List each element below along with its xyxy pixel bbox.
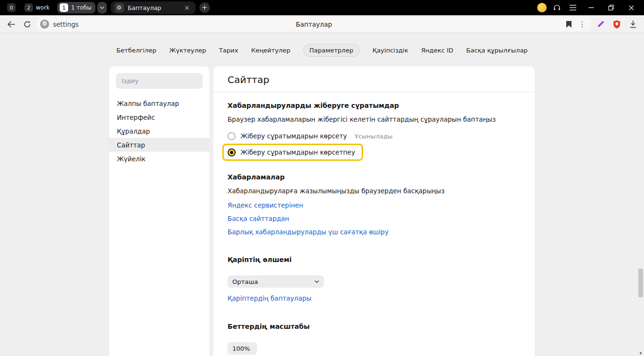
- menu-icon[interactable]: [567, 1, 579, 14]
- link-yandex-services[interactable]: Яндекс сервистерінен: [228, 201, 520, 209]
- nav-tab-yandex-id[interactable]: Яндекс ID: [421, 47, 454, 54]
- nav-tab-history[interactable]: Тарих: [219, 47, 238, 54]
- recommended-hint: Ұсынылады: [354, 133, 393, 140]
- headset-icon[interactable]: [551, 1, 563, 14]
- radio-unchecked-icon[interactable]: [228, 132, 236, 140]
- page-title-centered: Баптаулар: [296, 21, 332, 28]
- section-font-size: Қаріптің өлшемі Орташа Қаріптердің бапта…: [228, 256, 520, 303]
- minimize-button[interactable]: [583, 1, 599, 14]
- browser-window: 0 2 work 1 1 тобы ⚙ Баптаулар × +: [0, 0, 644, 356]
- nav-tab-bookmarks[interactable]: Бетбелгілер: [116, 47, 156, 54]
- notification-links: Яндекс сервистерінен Басқа сайттардан Ба…: [228, 201, 520, 236]
- search-input[interactable]: [122, 77, 197, 84]
- settings-content: Жалпы баптаулар Интерфейс Құралдар Сайтт…: [0, 66, 644, 356]
- radio-label: Жіберу сұратымдарын көрсету: [240, 132, 347, 140]
- tab-title: Баптаулар: [128, 4, 161, 11]
- scroll-down-icon[interactable]: ▾: [638, 351, 643, 356]
- settings-sections: Хабарландыруларды жіберуге сұратымдар Бр…: [213, 92, 535, 356]
- tab-group-label: work: [36, 4, 51, 11]
- tab-close-icon[interactable]: ×: [182, 3, 192, 12]
- chevron-down-icon: [314, 280, 319, 283]
- new-tab-button[interactable]: +: [199, 2, 210, 13]
- link-mute-all-three-hours[interactable]: Барлық хабарландыруларды үш сағатқа өшір…: [228, 228, 520, 236]
- tab-group-active[interactable]: 1 1 тобы: [57, 2, 95, 13]
- back-button[interactable]: [4, 17, 18, 31]
- edit-pen-icon[interactable]: [593, 17, 608, 31]
- nav-tab-other-devices[interactable]: Басқа құрылғылар: [466, 47, 528, 54]
- section-description: Хабарландыруларға жазылымыңызды браузерд…: [228, 187, 520, 195]
- sidebar-item-tools[interactable]: Құралдар: [109, 124, 209, 138]
- radio-show-requests[interactable]: Жіберу сұратымдарын көрсету Ұсынылады: [228, 130, 520, 142]
- section-page-zoom: Беттердің масштабы 100% Сайттың баптаула…: [228, 323, 520, 356]
- settings-nav-tabs: Бетбелгілер Жүктеулер Тарих Кеңейтулер П…: [0, 33, 644, 66]
- section-description: Браузер хабарламаларын жібергісі келетін…: [228, 115, 520, 123]
- radio-label: Жіберу сұратымдарын көрсетпеу: [240, 148, 355, 156]
- nav-tab-settings[interactable]: Параметрлер: [303, 44, 360, 57]
- sidebar-item-interface[interactable]: Интерфейс: [109, 110, 209, 124]
- settings-sidebar: Жалпы баптаулар Интерфейс Құралдар Сайтт…: [109, 66, 209, 356]
- download-icon[interactable]: [626, 17, 640, 31]
- nav-tab-downloads[interactable]: Жүктеулер: [169, 47, 206, 54]
- sidebar-item-sites[interactable]: Сайттар: [109, 138, 209, 152]
- page-title: Сайттар: [213, 66, 535, 92]
- tab-group-count: 0: [7, 3, 16, 12]
- more-options-icon[interactable]: ⋮: [579, 20, 586, 29]
- browser-badge-icon: [40, 20, 49, 29]
- sidebar-item-system[interactable]: Жүйелік: [109, 152, 209, 166]
- font-size-value: Орташа: [232, 278, 258, 285]
- highlight-annotation: Жіберу сұратымдарын көрсетпеу: [222, 144, 363, 161]
- sidebar-item-general[interactable]: Жалпы баптаулар: [109, 96, 209, 110]
- settings-page: Бетбелгілер Жүктеулер Тарих Кеңейтулер П…: [0, 33, 644, 356]
- tab-group-zero[interactable]: 0: [5, 2, 18, 13]
- radio-hide-requests[interactable]: Жіберу сұратымдарын көрсетпеу: [228, 146, 355, 158]
- sidebar-search[interactable]: [116, 73, 203, 89]
- restore-button[interactable]: [603, 1, 619, 14]
- scrollbar[interactable]: ▾: [637, 33, 644, 356]
- radio-checked-icon[interactable]: [228, 148, 236, 157]
- browser-toolbar: settings Баптаулар ⋮: [0, 15, 644, 33]
- settings-main: Сайттар Хабарландыруларды жіберуге сұрат…: [213, 66, 535, 356]
- page-zoom-select[interactable]: 100%: [228, 342, 257, 355]
- section-notifications: Хабарламалар Хабарландыруларға жазылымың…: [228, 173, 520, 236]
- reload-button[interactable]: [20, 17, 34, 31]
- tab-group-count: 2: [24, 3, 33, 12]
- page-zoom-value: 100%: [232, 345, 250, 352]
- section-title: Беттердің масштабы: [228, 323, 520, 330]
- tab-group-label: 1 тобы: [71, 4, 93, 11]
- nav-tab-security[interactable]: Қауіпсіздік: [373, 47, 408, 54]
- link-other-sites[interactable]: Басқа сайттардан: [228, 215, 520, 222]
- address-bar[interactable]: settings Баптаулар ⋮: [36, 17, 592, 31]
- section-title: Хабарландыруларды жіберуге сұратымдар: [228, 102, 520, 109]
- tab-group-work[interactable]: 2 work: [22, 2, 53, 13]
- protect-shield-icon[interactable]: [610, 17, 624, 31]
- nav-tab-extensions[interactable]: Кеңейтулер: [251, 47, 290, 54]
- tab-group-chevron-down-icon[interactable]: [97, 2, 107, 13]
- url-text: settings: [53, 21, 79, 28]
- scrollbar-thumb[interactable]: [638, 269, 643, 297]
- section-notification-requests: Хабарландыруларды жіберуге сұратымдар Бр…: [228, 102, 520, 161]
- link-font-settings[interactable]: Қаріптердің баптаулары: [228, 294, 312, 302]
- gear-icon: ⚙: [114, 3, 124, 12]
- tab-settings[interactable]: ⚙ Баптаулар ×: [111, 1, 196, 14]
- avatar[interactable]: [537, 3, 547, 12]
- section-title: Хабарламалар: [228, 173, 520, 181]
- close-button[interactable]: [623, 1, 639, 14]
- section-title: Қаріптің өлшемі: [228, 256, 520, 263]
- tab-group-count: 1: [60, 3, 68, 12]
- tab-bar: 0 2 work 1 1 тобы ⚙ Баптаулар × +: [0, 0, 644, 15]
- bookmark-icon[interactable]: [566, 21, 572, 28]
- font-size-select[interactable]: Орташа: [228, 275, 324, 288]
